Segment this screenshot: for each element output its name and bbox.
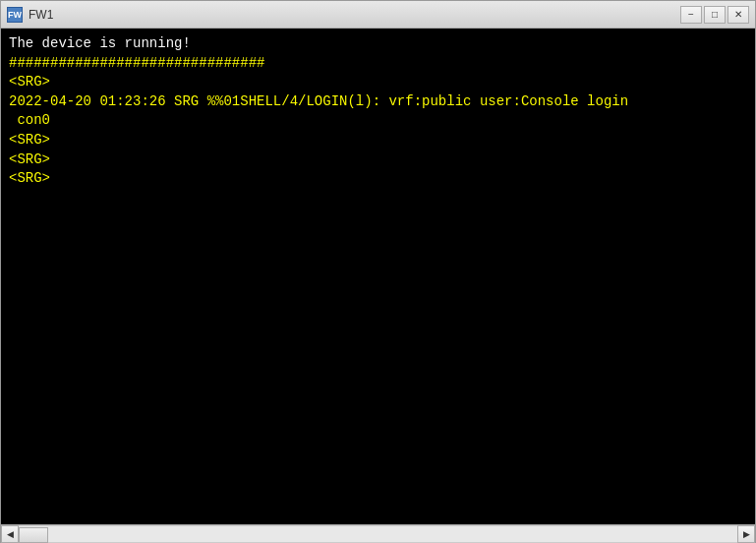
close-button[interactable]: ✕ bbox=[727, 6, 749, 24]
terminal-line: <SRG> bbox=[9, 131, 747, 151]
window-icon: FW bbox=[7, 7, 23, 23]
main-window: FW FW1 − □ ✕ The device is running!#####… bbox=[0, 0, 756, 543]
title-bar: FW FW1 − □ ✕ bbox=[1, 1, 755, 29]
scroll-track[interactable] bbox=[19, 525, 737, 543]
terminal-line: <SRG> bbox=[9, 151, 747, 170]
scroll-right-button[interactable]: ▶ bbox=[737, 525, 755, 543]
terminal-area: The device is running!##################… bbox=[1, 29, 755, 524]
terminal-line: <SRG> bbox=[9, 73, 747, 92]
maximize-button[interactable]: □ bbox=[704, 6, 726, 24]
terminal-content: The device is running!##################… bbox=[9, 34, 747, 518]
terminal-line: 2022-04-20 01:23:26 SRG %%01SHELL/4/LOGI… bbox=[9, 92, 747, 112]
scroll-left-button[interactable]: ◀ bbox=[1, 525, 19, 543]
terminal-line: The device is running! bbox=[9, 34, 747, 54]
window-title: FW1 bbox=[29, 8, 53, 22]
horizontal-scrollbar: ◀ ▶ bbox=[1, 524, 755, 542]
terminal-line: ############################### bbox=[9, 54, 747, 74]
window-controls: − □ ✕ bbox=[680, 6, 749, 24]
terminal-line: con0 bbox=[9, 111, 747, 131]
title-bar-left: FW FW1 bbox=[7, 7, 53, 23]
terminal-line: <SRG> bbox=[9, 169, 747, 189]
scroll-thumb[interactable] bbox=[19, 527, 48, 543]
minimize-button[interactable]: − bbox=[680, 6, 702, 24]
